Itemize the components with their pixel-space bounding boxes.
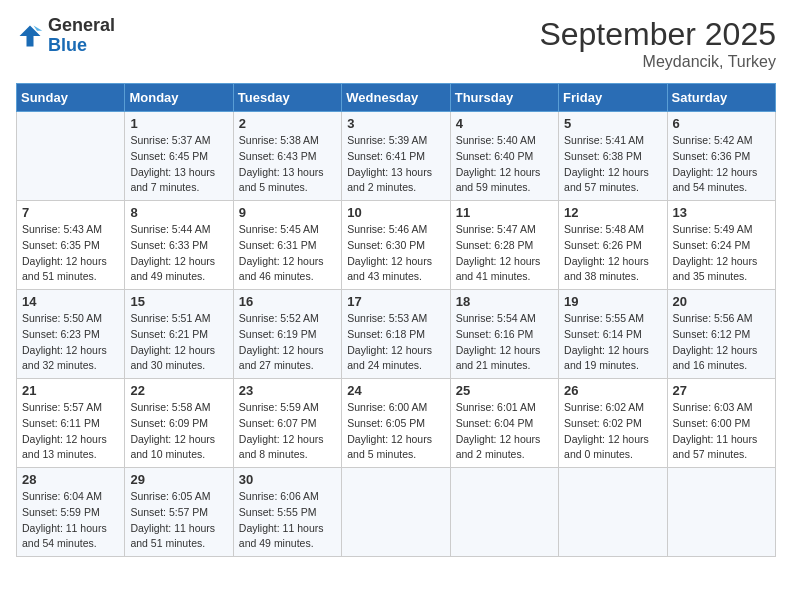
day-number: 7 (22, 205, 119, 220)
calendar-week-row: 28Sunrise: 6:04 AMSunset: 5:59 PMDayligh… (17, 468, 776, 557)
day-info: Sunrise: 5:48 AMSunset: 6:26 PMDaylight:… (564, 222, 661, 285)
calendar-cell: 13Sunrise: 5:49 AMSunset: 6:24 PMDayligh… (667, 201, 775, 290)
day-info: Sunrise: 5:50 AMSunset: 6:23 PMDaylight:… (22, 311, 119, 374)
calendar-cell: 23Sunrise: 5:59 AMSunset: 6:07 PMDayligh… (233, 379, 341, 468)
day-number: 20 (673, 294, 770, 309)
calendar-header-row: SundayMondayTuesdayWednesdayThursdayFrid… (17, 84, 776, 112)
logo-blue-text: Blue (48, 35, 87, 55)
day-number: 13 (673, 205, 770, 220)
day-info: Sunrise: 6:01 AMSunset: 6:04 PMDaylight:… (456, 400, 553, 463)
calendar-cell: 2Sunrise: 5:38 AMSunset: 6:43 PMDaylight… (233, 112, 341, 201)
calendar-cell: 4Sunrise: 5:40 AMSunset: 6:40 PMDaylight… (450, 112, 558, 201)
day-number: 26 (564, 383, 661, 398)
col-header-wednesday: Wednesday (342, 84, 450, 112)
calendar-cell: 3Sunrise: 5:39 AMSunset: 6:41 PMDaylight… (342, 112, 450, 201)
calendar-week-row: 7Sunrise: 5:43 AMSunset: 6:35 PMDaylight… (17, 201, 776, 290)
day-info: Sunrise: 5:38 AMSunset: 6:43 PMDaylight:… (239, 133, 336, 196)
day-info: Sunrise: 5:39 AMSunset: 6:41 PMDaylight:… (347, 133, 444, 196)
calendar-cell: 7Sunrise: 5:43 AMSunset: 6:35 PMDaylight… (17, 201, 125, 290)
day-info: Sunrise: 5:44 AMSunset: 6:33 PMDaylight:… (130, 222, 227, 285)
day-number: 12 (564, 205, 661, 220)
location-subtitle: Meydancik, Turkey (539, 53, 776, 71)
day-info: Sunrise: 5:59 AMSunset: 6:07 PMDaylight:… (239, 400, 336, 463)
day-number: 28 (22, 472, 119, 487)
calendar-cell: 5Sunrise: 5:41 AMSunset: 6:38 PMDaylight… (559, 112, 667, 201)
day-info: Sunrise: 5:41 AMSunset: 6:38 PMDaylight:… (564, 133, 661, 196)
calendar-week-row: 21Sunrise: 5:57 AMSunset: 6:11 PMDayligh… (17, 379, 776, 468)
calendar-cell: 26Sunrise: 6:02 AMSunset: 6:02 PMDayligh… (559, 379, 667, 468)
day-info: Sunrise: 5:51 AMSunset: 6:21 PMDaylight:… (130, 311, 227, 374)
calendar-cell: 8Sunrise: 5:44 AMSunset: 6:33 PMDaylight… (125, 201, 233, 290)
day-number: 6 (673, 116, 770, 131)
day-info: Sunrise: 5:45 AMSunset: 6:31 PMDaylight:… (239, 222, 336, 285)
day-info: Sunrise: 6:04 AMSunset: 5:59 PMDaylight:… (22, 489, 119, 552)
day-number: 19 (564, 294, 661, 309)
calendar-cell: 16Sunrise: 5:52 AMSunset: 6:19 PMDayligh… (233, 290, 341, 379)
day-number: 30 (239, 472, 336, 487)
calendar-week-row: 1Sunrise: 5:37 AMSunset: 6:45 PMDaylight… (17, 112, 776, 201)
day-info: Sunrise: 6:05 AMSunset: 5:57 PMDaylight:… (130, 489, 227, 552)
calendar-cell: 29Sunrise: 6:05 AMSunset: 5:57 PMDayligh… (125, 468, 233, 557)
day-number: 18 (456, 294, 553, 309)
col-header-thursday: Thursday (450, 84, 558, 112)
day-number: 25 (456, 383, 553, 398)
calendar-table: SundayMondayTuesdayWednesdayThursdayFrid… (16, 83, 776, 557)
col-header-monday: Monday (125, 84, 233, 112)
day-number: 5 (564, 116, 661, 131)
day-info: Sunrise: 5:55 AMSunset: 6:14 PMDaylight:… (564, 311, 661, 374)
calendar-cell: 20Sunrise: 5:56 AMSunset: 6:12 PMDayligh… (667, 290, 775, 379)
calendar-cell: 10Sunrise: 5:46 AMSunset: 6:30 PMDayligh… (342, 201, 450, 290)
calendar-cell (17, 112, 125, 201)
day-number: 2 (239, 116, 336, 131)
col-header-saturday: Saturday (667, 84, 775, 112)
calendar-cell: 28Sunrise: 6:04 AMSunset: 5:59 PMDayligh… (17, 468, 125, 557)
calendar-cell (559, 468, 667, 557)
calendar-cell (667, 468, 775, 557)
day-number: 23 (239, 383, 336, 398)
calendar-cell: 1Sunrise: 5:37 AMSunset: 6:45 PMDaylight… (125, 112, 233, 201)
day-number: 16 (239, 294, 336, 309)
calendar-cell: 11Sunrise: 5:47 AMSunset: 6:28 PMDayligh… (450, 201, 558, 290)
calendar-cell: 17Sunrise: 5:53 AMSunset: 6:18 PMDayligh… (342, 290, 450, 379)
day-number: 21 (22, 383, 119, 398)
col-header-friday: Friday (559, 84, 667, 112)
calendar-cell: 19Sunrise: 5:55 AMSunset: 6:14 PMDayligh… (559, 290, 667, 379)
calendar-cell: 15Sunrise: 5:51 AMSunset: 6:21 PMDayligh… (125, 290, 233, 379)
day-info: Sunrise: 5:58 AMSunset: 6:09 PMDaylight:… (130, 400, 227, 463)
calendar-cell (450, 468, 558, 557)
day-number: 22 (130, 383, 227, 398)
calendar-week-row: 14Sunrise: 5:50 AMSunset: 6:23 PMDayligh… (17, 290, 776, 379)
day-number: 11 (456, 205, 553, 220)
day-number: 27 (673, 383, 770, 398)
title-block: September 2025 Meydancik, Turkey (539, 16, 776, 71)
calendar-cell (342, 468, 450, 557)
day-info: Sunrise: 5:57 AMSunset: 6:11 PMDaylight:… (22, 400, 119, 463)
day-info: Sunrise: 5:46 AMSunset: 6:30 PMDaylight:… (347, 222, 444, 285)
day-number: 8 (130, 205, 227, 220)
day-info: Sunrise: 6:02 AMSunset: 6:02 PMDaylight:… (564, 400, 661, 463)
day-number: 9 (239, 205, 336, 220)
day-info: Sunrise: 5:56 AMSunset: 6:12 PMDaylight:… (673, 311, 770, 374)
day-info: Sunrise: 6:03 AMSunset: 6:00 PMDaylight:… (673, 400, 770, 463)
day-info: Sunrise: 5:52 AMSunset: 6:19 PMDaylight:… (239, 311, 336, 374)
day-number: 17 (347, 294, 444, 309)
day-info: Sunrise: 5:47 AMSunset: 6:28 PMDaylight:… (456, 222, 553, 285)
calendar-cell: 12Sunrise: 5:48 AMSunset: 6:26 PMDayligh… (559, 201, 667, 290)
calendar-cell: 30Sunrise: 6:06 AMSunset: 5:55 PMDayligh… (233, 468, 341, 557)
col-header-tuesday: Tuesday (233, 84, 341, 112)
day-info: Sunrise: 6:00 AMSunset: 6:05 PMDaylight:… (347, 400, 444, 463)
logo-general-text: General (48, 15, 115, 35)
day-info: Sunrise: 5:40 AMSunset: 6:40 PMDaylight:… (456, 133, 553, 196)
day-info: Sunrise: 5:43 AMSunset: 6:35 PMDaylight:… (22, 222, 119, 285)
day-number: 4 (456, 116, 553, 131)
logo-icon (16, 22, 44, 50)
calendar-cell: 18Sunrise: 5:54 AMSunset: 6:16 PMDayligh… (450, 290, 558, 379)
calendar-cell: 14Sunrise: 5:50 AMSunset: 6:23 PMDayligh… (17, 290, 125, 379)
calendar-cell: 25Sunrise: 6:01 AMSunset: 6:04 PMDayligh… (450, 379, 558, 468)
calendar-cell: 22Sunrise: 5:58 AMSunset: 6:09 PMDayligh… (125, 379, 233, 468)
day-number: 14 (22, 294, 119, 309)
day-number: 10 (347, 205, 444, 220)
month-title: September 2025 (539, 16, 776, 53)
day-info: Sunrise: 5:49 AMSunset: 6:24 PMDaylight:… (673, 222, 770, 285)
calendar-cell: 9Sunrise: 5:45 AMSunset: 6:31 PMDaylight… (233, 201, 341, 290)
